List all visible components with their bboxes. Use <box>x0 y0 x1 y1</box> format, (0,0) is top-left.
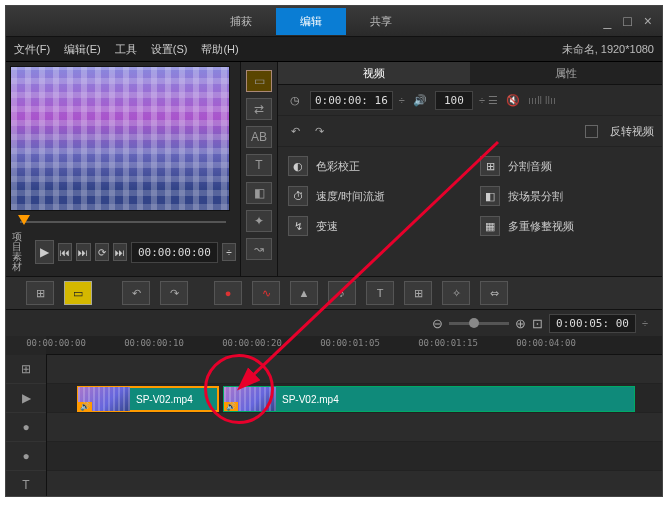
media-icon[interactable]: ▭ <box>246 70 272 92</box>
menu-edit[interactable]: 编辑(E) <box>64 42 101 57</box>
minimize-button[interactable]: _ <box>604 13 612 29</box>
tab-share[interactable]: 共享 <box>346 8 416 35</box>
ruler-tick: 00:00:04:00 <box>516 338 576 348</box>
text-icon[interactable]: T <box>246 154 272 176</box>
title-icon[interactable]: AB <box>246 126 272 148</box>
audio-icon: 🔊 <box>78 402 92 412</box>
ruler-tick: 00:00:01:05 <box>320 338 380 348</box>
mode-project-label[interactable]: 项目素材 <box>12 232 27 272</box>
timeline-button[interactable]: ▭ <box>64 281 92 305</box>
redo-button[interactable]: ↷ <box>160 281 188 305</box>
clock-icon: ◷ <box>286 91 304 109</box>
clip-name: SP-V02.mp4 <box>282 394 339 405</box>
tool-color[interactable]: ◐色彩校正 <box>278 151 470 181</box>
track-head[interactable]: ⊞ <box>6 355 46 384</box>
record-button[interactable]: ● <box>214 281 242 305</box>
track-head-overlay2[interactable]: ● <box>6 442 46 471</box>
track-head-overlay[interactable]: ● <box>6 413 46 442</box>
menu-settings[interactable]: 设置(S) <box>151 42 188 57</box>
effects-button[interactable]: ✧ <box>442 281 470 305</box>
end-button[interactable]: ⏭ <box>113 243 127 261</box>
track-overlay[interactable] <box>47 413 662 442</box>
motion-button[interactable]: ⇔ <box>480 281 508 305</box>
zoom-row: ⊖ ⊕ ⊡ 0:00:05: 00 ÷ <box>6 310 662 336</box>
transition-icon[interactable]: ⇄ <box>246 98 272 120</box>
audio-icon: 🔊 <box>224 402 238 412</box>
undo-icon[interactable]: ↶ <box>286 122 304 140</box>
clip[interactable]: 🔊 SP-V02.mp4 <box>223 386 635 412</box>
loop-button[interactable]: ⟳ <box>95 243 109 261</box>
zoom-out-icon[interactable]: ⊖ <box>432 316 443 331</box>
auto-music-button[interactable]: ♪ <box>328 281 356 305</box>
preview-panel: 项目素材 ▶ ⏮ ⏭ ⟳ ⏭ 00:00:00:00 ÷ <box>6 62 240 276</box>
mute-icon[interactable]: 🔇 <box>504 91 522 109</box>
ruler-tick: 00:00:00:00 <box>26 338 86 348</box>
volume-input[interactable]: 100 <box>435 91 473 110</box>
next-frame-button[interactable]: ⏭ <box>76 243 90 261</box>
main-tabs: 捕获 编辑 共享 <box>206 8 416 35</box>
prev-frame-button[interactable]: ⏮ <box>58 243 72 261</box>
track-head-video[interactable]: ▶ <box>6 384 46 413</box>
ruler-tick: 00:00:00:10 <box>124 338 184 348</box>
tool-variable-speed[interactable]: ↯变速 <box>278 211 470 241</box>
undo-button[interactable]: ↶ <box>122 281 150 305</box>
graphic-icon[interactable]: ◧ <box>246 182 272 204</box>
tool-scene-split[interactable]: ◧按场景分割 <box>470 181 662 211</box>
zoom-fit-icon[interactable]: ⊡ <box>532 316 543 331</box>
clip-name: SP-V02.mp4 <box>136 394 193 405</box>
options-panel: 视频 属性 ◷ 0:00:00: 16 ÷ 🔊 100 ÷ ☰ 🔇 ıııll … <box>278 62 662 276</box>
menu-help[interactable]: 帮助(H) <box>201 42 238 57</box>
storyboard-button[interactable]: ⊞ <box>26 281 54 305</box>
tool-split-audio[interactable]: ⊞分割音频 <box>470 151 662 181</box>
zoom-timecode[interactable]: 0:00:05: 00 <box>549 314 636 333</box>
titlebar: 捕获 编辑 共享 _ □ × <box>6 6 662 37</box>
volume-icon: 🔊 <box>411 91 429 109</box>
duration-input[interactable]: 0:00:00: 16 <box>310 91 393 110</box>
track-title[interactable] <box>47 471 662 497</box>
redo-icon[interactable]: ↷ <box>310 122 328 140</box>
menubar: 文件(F) 编辑(E) 工具 设置(S) 帮助(H) 未命名, 1920*108… <box>6 37 662 62</box>
zoom-slider[interactable] <box>449 322 509 325</box>
track-manager-button[interactable]: ⊞ <box>404 281 432 305</box>
playhead-icon[interactable] <box>18 215 30 225</box>
audio-mixer-button[interactable]: ∿ <box>252 281 280 305</box>
project-status: 未命名, 1920*1080 <box>562 42 654 57</box>
preview-canvas[interactable] <box>10 66 230 211</box>
track-top[interactable] <box>47 355 662 384</box>
tool-multi-trim[interactable]: ▦多重修整视频 <box>470 211 662 241</box>
track-video[interactable]: 🔊 SP-V02.mp4 🔊 SP-V02.mp4 <box>47 384 662 413</box>
tab-capture[interactable]: 捕获 <box>206 8 276 35</box>
maximize-button[interactable]: □ <box>623 13 631 29</box>
tab-video[interactable]: 视频 <box>278 62 470 84</box>
timecode-spin[interactable]: ÷ <box>222 243 236 261</box>
tab-edit[interactable]: 编辑 <box>276 8 346 35</box>
track-headers: ⊞ ▶ ● ● T <box>6 355 47 497</box>
tool-speed[interactable]: ⏱速度/时间流逝 <box>278 181 470 211</box>
menu-file[interactable]: 文件(F) <box>14 42 50 57</box>
time-ruler[interactable]: 00:00:00:00 00:00:00:10 00:00:00:20 00:0… <box>46 336 662 355</box>
reverse-checkbox[interactable] <box>585 125 598 138</box>
ruler-tick: 00:00:01:15 <box>418 338 478 348</box>
play-button[interactable]: ▶ <box>35 240 54 264</box>
close-button[interactable]: × <box>644 13 652 29</box>
scrub-bar[interactable] <box>10 215 236 228</box>
preview-timecode[interactable]: 00:00:00:00 <box>131 242 218 263</box>
track-area[interactable]: 🔊 SP-V02.mp4 🔊 SP-V02.mp4 <box>47 355 662 497</box>
sidebar-tools: ▭ ⇄ AB T ◧ ✦ ↝ <box>240 62 278 276</box>
menu-tools[interactable]: 工具 <box>115 42 137 57</box>
zoom-in-icon[interactable]: ⊕ <box>515 316 526 331</box>
tab-attributes[interactable]: 属性 <box>470 62 662 84</box>
ruler-tick: 00:00:00:20 <box>222 338 282 348</box>
marker-button[interactable]: ▲ <box>290 281 318 305</box>
reverse-label: 反转视频 <box>610 124 654 139</box>
filter-icon[interactable]: ✦ <box>246 210 272 232</box>
title-tool-button[interactable]: T <box>366 281 394 305</box>
timeline-toolbar: ⊞ ▭ ↶ ↷ ● ∿ ▲ ♪ T ⊞ ✧ ⇔ <box>6 276 662 310</box>
timeline: 00:00:00:00 00:00:00:10 00:00:00:20 00:0… <box>6 336 662 497</box>
path-icon[interactable]: ↝ <box>246 238 272 260</box>
track-head-title[interactable]: T <box>6 471 46 497</box>
track-overlay2[interactable] <box>47 442 662 471</box>
clip[interactable]: 🔊 SP-V02.mp4 <box>77 386 219 412</box>
